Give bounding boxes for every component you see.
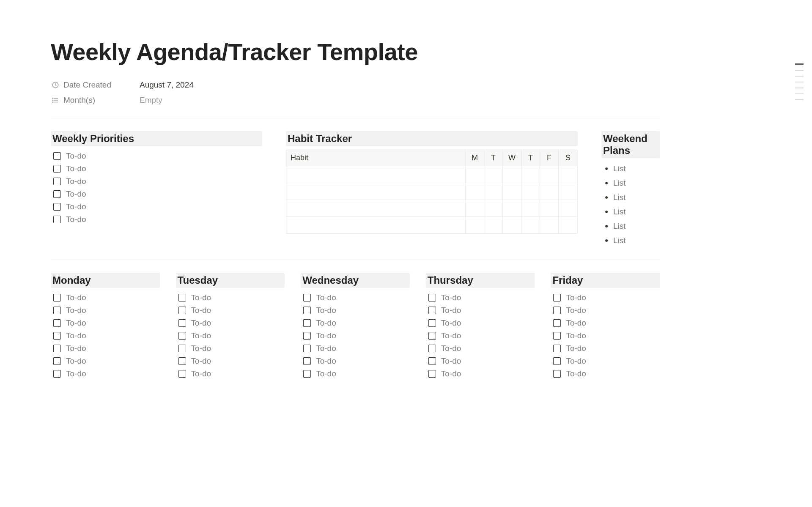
checkbox-icon[interactable] <box>178 345 186 352</box>
todo-label[interactable]: To-do <box>316 293 336 302</box>
todo-label[interactable]: To-do <box>316 369 336 378</box>
todo-item[interactable]: To-do <box>301 367 410 380</box>
list-item[interactable]: List <box>601 205 660 219</box>
page-outline[interactable] <box>795 63 807 100</box>
todo-label[interactable]: To-do <box>566 331 586 340</box>
checkbox-icon[interactable] <box>178 294 186 301</box>
todo-item[interactable]: To-do <box>51 175 262 188</box>
checkbox-icon[interactable] <box>303 370 311 378</box>
todo-label[interactable]: To-do <box>566 306 586 315</box>
todo-label[interactable]: To-do <box>441 331 461 340</box>
outline-item[interactable] <box>795 63 804 65</box>
todo-item[interactable]: To-do <box>176 304 285 317</box>
prop-value-months[interactable]: Empty <box>140 96 162 105</box>
checkbox-icon[interactable] <box>428 307 436 314</box>
todo-label[interactable]: To-do <box>316 318 336 328</box>
list-item[interactable]: List <box>601 176 660 190</box>
checkbox-icon[interactable] <box>553 332 561 340</box>
list-item-label[interactable]: List <box>613 222 626 231</box>
todo-item[interactable]: To-do <box>426 367 535 380</box>
todo-item[interactable]: To-do <box>551 329 660 342</box>
list-item[interactable]: List <box>601 233 660 248</box>
todo-label[interactable]: To-do <box>66 306 86 315</box>
checkbox-icon[interactable] <box>53 152 61 160</box>
checkbox-icon[interactable] <box>428 357 436 365</box>
todo-label[interactable]: To-do <box>441 369 461 378</box>
todo-item[interactable]: To-do <box>51 304 160 317</box>
todo-label[interactable]: To-do <box>441 356 461 366</box>
todo-label[interactable]: To-do <box>316 331 336 340</box>
outline-item[interactable] <box>795 70 804 71</box>
todo-item[interactable]: To-do <box>51 317 160 329</box>
todo-item[interactable]: To-do <box>176 329 285 342</box>
todo-item[interactable]: To-do <box>51 188 262 200</box>
habit-cell[interactable] <box>466 166 484 183</box>
todo-label[interactable]: To-do <box>191 369 211 378</box>
checkbox-icon[interactable] <box>553 370 561 378</box>
todo-label[interactable]: To-do <box>66 293 86 302</box>
todo-label[interactable]: To-do <box>441 306 461 315</box>
habit-cell[interactable] <box>466 200 484 217</box>
habit-cell[interactable] <box>484 183 503 200</box>
todo-item[interactable]: To-do <box>176 367 285 380</box>
habit-cell[interactable] <box>559 166 577 183</box>
todo-label[interactable]: To-do <box>441 293 461 302</box>
checkbox-icon[interactable] <box>178 332 186 340</box>
todo-label[interactable]: To-do <box>441 344 461 353</box>
page-title[interactable]: Weekly Agenda/Tracker Template <box>51 38 660 66</box>
outline-item[interactable] <box>795 82 804 82</box>
habit-cell[interactable] <box>484 217 503 233</box>
todo-item[interactable]: To-do <box>301 329 410 342</box>
list-item[interactable]: List <box>601 219 660 233</box>
todo-item[interactable]: To-do <box>301 304 410 317</box>
list-item-label[interactable]: List <box>613 164 626 173</box>
todo-label[interactable]: To-do <box>566 356 586 366</box>
checkbox-icon[interactable] <box>178 307 186 314</box>
checkbox-icon[interactable] <box>53 216 61 223</box>
checkbox-icon[interactable] <box>178 319 186 327</box>
todo-item[interactable]: To-do <box>551 342 660 355</box>
checkbox-icon[interactable] <box>553 307 561 314</box>
heading-monday[interactable]: Monday <box>51 273 160 288</box>
todo-label[interactable]: To-do <box>66 331 86 340</box>
habit-cell[interactable] <box>540 166 559 183</box>
habit-cell[interactable] <box>466 217 484 233</box>
checkbox-icon[interactable] <box>428 319 436 327</box>
todo-label[interactable]: To-do <box>566 318 586 328</box>
checkbox-icon[interactable] <box>428 332 436 340</box>
todo-item[interactable]: To-do <box>176 317 285 329</box>
heading-priorities[interactable]: Weekly Priorities <box>51 131 262 146</box>
todo-label[interactable]: To-do <box>191 331 211 340</box>
checkbox-icon[interactable] <box>553 357 561 365</box>
habit-cell[interactable] <box>286 217 466 233</box>
outline-item[interactable] <box>795 88 804 88</box>
heading-wednesday[interactable]: Wednesday <box>301 273 410 288</box>
todo-label[interactable]: To-do <box>566 369 586 378</box>
habit-cell[interactable] <box>503 200 521 217</box>
checkbox-icon[interactable] <box>553 345 561 352</box>
habit-cell[interactable] <box>286 183 466 200</box>
todo-item[interactable]: To-do <box>51 213 262 226</box>
habit-cell[interactable] <box>521 183 540 200</box>
list-item-label[interactable]: List <box>613 236 626 245</box>
habit-cell[interactable] <box>521 217 540 233</box>
table-row[interactable] <box>286 183 577 200</box>
habit-table[interactable]: HabitMTWTFS <box>286 150 578 234</box>
checkbox-icon[interactable] <box>303 319 311 327</box>
todo-label[interactable]: To-do <box>66 356 86 366</box>
checkbox-icon[interactable] <box>53 203 61 211</box>
checkbox-icon[interactable] <box>553 319 561 327</box>
todo-item[interactable]: To-do <box>176 342 285 355</box>
habit-cell[interactable] <box>540 183 559 200</box>
heading-thursday[interactable]: Thursday <box>426 273 535 288</box>
list-item-label[interactable]: List <box>613 193 626 202</box>
todo-item[interactable]: To-do <box>301 342 410 355</box>
todo-label[interactable]: To-do <box>316 356 336 366</box>
todo-item[interactable]: To-do <box>51 291 160 304</box>
checkbox-icon[interactable] <box>303 357 311 365</box>
todo-label[interactable]: To-do <box>191 306 211 315</box>
checkbox-icon[interactable] <box>303 307 311 314</box>
table-row[interactable] <box>286 166 577 183</box>
checkbox-icon[interactable] <box>428 370 436 378</box>
todo-label[interactable]: To-do <box>316 344 336 353</box>
